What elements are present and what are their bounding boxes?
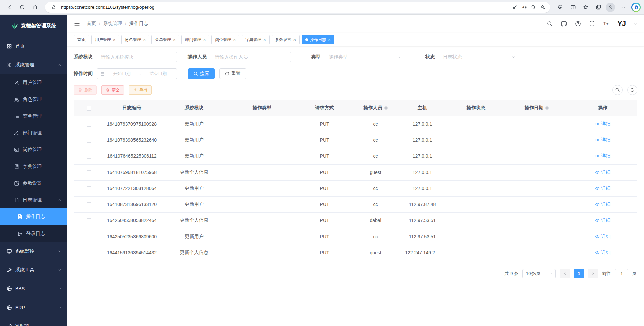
- lock-icon[interactable]: [49, 3, 58, 12]
- detail-link[interactable]: 详细: [595, 153, 610, 159]
- column-header-4[interactable]: 操作人员: [353, 100, 398, 116]
- user-caret-down-icon[interactable]: [634, 22, 637, 26]
- sidebar-item-6[interactable]: 岗位管理: [0, 141, 67, 158]
- row-checkbox[interactable]: [87, 154, 91, 159]
- sidebar-item-16[interactable]: Yi框架: [0, 317, 67, 326]
- reset-button[interactable]: 重置: [219, 68, 246, 79]
- sidebar-item-2[interactable]: 用户管理: [0, 74, 67, 91]
- row-checkbox[interactable]: [87, 202, 91, 207]
- export-button[interactable]: 导出: [129, 85, 152, 95]
- row-checkbox[interactable]: [87, 186, 91, 191]
- page-size-select[interactable]: 10条/页: [522, 269, 556, 278]
- tab-6[interactable]: 字典管理×: [241, 35, 270, 44]
- browser-menu-button[interactable]: [616, 2, 629, 13]
- toggle-search-button[interactable]: [612, 85, 623, 95]
- detail-link[interactable]: 详细: [595, 250, 610, 256]
- row-checkbox[interactable]: [87, 218, 91, 223]
- zoom-out-icon[interactable]: [529, 3, 538, 12]
- search-button[interactable]: 搜索: [188, 68, 215, 79]
- tab-close-icon[interactable]: ×: [173, 38, 176, 42]
- operator-input[interactable]: [211, 52, 291, 62]
- detail-link[interactable]: 详细: [595, 137, 610, 143]
- header-search-icon[interactable]: [547, 21, 553, 27]
- fullscreen-icon[interactable]: [589, 21, 595, 27]
- user-logo[interactable]: YJ: [617, 19, 626, 28]
- tab-close-icon[interactable]: ×: [143, 38, 146, 42]
- home-button[interactable]: [29, 2, 41, 13]
- browser-essentials-button[interactable]: [554, 2, 566, 13]
- sidebar-item-5[interactable]: 部门管理: [0, 125, 67, 141]
- detail-link[interactable]: 详细: [595, 185, 610, 191]
- sidebar-item-9[interactable]: 日志管理: [0, 192, 67, 208]
- tab-close-icon[interactable]: ×: [328, 38, 331, 42]
- tab-8[interactable]: 操作日志×: [302, 35, 334, 44]
- github-icon[interactable]: [561, 21, 567, 27]
- sidebar-item-7[interactable]: 字典管理: [0, 158, 67, 175]
- row-checkbox[interactable]: [87, 138, 91, 143]
- module-input[interactable]: [97, 52, 177, 62]
- tab-close-icon[interactable]: ×: [203, 38, 206, 42]
- prev-page-button[interactable]: [560, 269, 570, 278]
- password-key-icon[interactable]: [510, 3, 519, 12]
- sidebar-item-10[interactable]: 操作日志: [0, 208, 67, 225]
- sidebar-item-11[interactable]: 登录日志: [0, 225, 67, 242]
- refresh-table-button[interactable]: [627, 85, 637, 95]
- breadcrumb-item[interactable]: 首页: [87, 21, 96, 27]
- font-size-icon[interactable]: TT: [603, 21, 609, 27]
- tab-4[interactable]: 部门管理×: [181, 35, 210, 44]
- tab-close-icon[interactable]: ×: [233, 38, 236, 42]
- profile-avatar[interactable]: [606, 3, 615, 12]
- tab-1[interactable]: 用户管理×: [91, 35, 119, 44]
- tab-5[interactable]: 岗位管理×: [211, 35, 239, 44]
- tab-7[interactable]: 参数设置×: [272, 35, 300, 44]
- detail-link[interactable]: 详细: [595, 121, 610, 127]
- status-select[interactable]: 日志状态: [439, 52, 519, 62]
- goto-page-input[interactable]: [615, 269, 628, 278]
- sidebar-item-8[interactable]: 参数设置: [0, 175, 67, 192]
- bing-icon[interactable]: b: [631, 3, 641, 12]
- tab-close-icon[interactable]: ×: [293, 38, 296, 42]
- row-checkbox[interactable]: [87, 170, 91, 175]
- row-checkbox[interactable]: [87, 122, 91, 127]
- delete-button[interactable]: 删除: [74, 85, 97, 95]
- sidebar-item-3[interactable]: 角色管理: [0, 91, 67, 108]
- detail-link[interactable]: 详细: [595, 201, 610, 207]
- row-checkbox[interactable]: [87, 251, 91, 255]
- sidebar-item-0[interactable]: 首页: [0, 37, 67, 56]
- collections-button[interactable]: [592, 2, 604, 13]
- refresh-button[interactable]: [16, 2, 28, 13]
- breadcrumb-item[interactable]: 系统管理: [103, 21, 122, 27]
- sidebar-item-12[interactable]: 系统监控: [0, 242, 67, 261]
- end-date-placeholder[interactable]: 结束日期: [143, 71, 173, 77]
- clear-button[interactable]: 清空: [101, 85, 124, 95]
- sort-carets-icon[interactable]: [384, 106, 388, 110]
- tab-close-icon[interactable]: ×: [263, 38, 266, 42]
- back-button[interactable]: [3, 2, 15, 13]
- date-range-picker[interactable]: 开始日期 - 结束日期: [97, 68, 177, 79]
- tab-close-icon[interactable]: ×: [113, 38, 116, 42]
- tab-2[interactable]: 角色管理×: [121, 35, 150, 44]
- add-favorite-icon[interactable]: [538, 3, 547, 12]
- detail-link[interactable]: 详细: [595, 169, 610, 175]
- column-header-7[interactable]: 操作日期: [505, 100, 569, 116]
- sidebar-item-14[interactable]: BBS: [0, 279, 67, 298]
- help-icon[interactable]: [575, 21, 581, 27]
- tab-3[interactable]: 菜单管理×: [151, 35, 179, 44]
- sidebar-item-13[interactable]: 系统工具: [0, 261, 67, 279]
- read-aloud-icon[interactable]: A: [519, 3, 529, 12]
- start-date-placeholder[interactable]: 开始日期: [107, 71, 137, 77]
- select-all-checkbox[interactable]: [87, 106, 91, 111]
- next-page-button[interactable]: [588, 269, 598, 278]
- type-select[interactable]: 操作类型: [325, 52, 405, 62]
- detail-link[interactable]: 详细: [595, 234, 610, 240]
- page-number-1[interactable]: 1: [574, 269, 584, 278]
- sidebar-item-1[interactable]: 系统管理: [0, 56, 67, 74]
- sidebar-toggle-icon[interactable]: [74, 20, 80, 27]
- tab-0[interactable]: 首页: [74, 35, 89, 44]
- favorites-button[interactable]: [580, 2, 592, 13]
- sidebar-item-15[interactable]: ERP: [0, 298, 67, 317]
- address-bar[interactable]: https://ccnetcore.com:1101/system/log/op…: [45, 2, 550, 13]
- detail-link[interactable]: 详细: [595, 217, 610, 223]
- split-screen-button[interactable]: [567, 2, 579, 13]
- sort-carets-icon[interactable]: [545, 106, 549, 110]
